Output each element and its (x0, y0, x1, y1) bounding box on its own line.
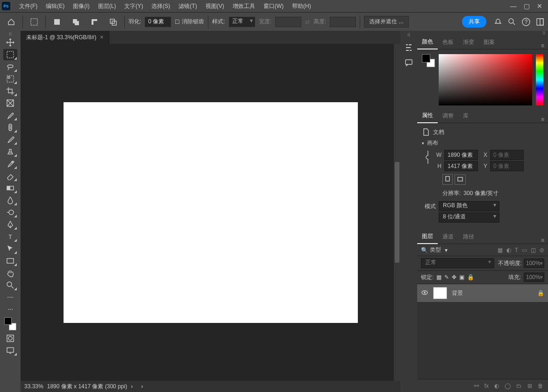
edit-toolbar-button[interactable]: ⋯ (3, 304, 17, 315)
help-icon[interactable]: ? (522, 18, 530, 26)
feather-input[interactable] (145, 17, 171, 27)
status-zoom[interactable]: 33.33% (24, 383, 43, 390)
comments-panel-icon-collapsed[interactable] (404, 58, 413, 67)
lock-position-icon[interactable]: ✥ (452, 274, 456, 280)
status-chevron-icon-2[interactable]: › (141, 383, 143, 390)
link-dimensions-icon[interactable] (425, 149, 431, 168)
dodge-tool[interactable] (3, 207, 17, 218)
current-tool-icon[interactable] (27, 14, 42, 29)
filter-adjustment-icon[interactable]: ◐ (506, 247, 511, 253)
vertical-scrollbar[interactable] (394, 44, 400, 381)
adjustments-panel-icon-collapsed[interactable] (404, 43, 413, 52)
tab-color[interactable]: 颜色 (417, 35, 438, 49)
menu-select[interactable]: 选择(S) (147, 0, 174, 12)
lock-all-icon[interactable]: 🔒 (467, 274, 474, 280)
tab-gradients[interactable]: 渐变 (458, 35, 479, 49)
layers-panel-menu-icon[interactable]: ≡ (537, 237, 548, 244)
zoom-tool[interactable] (3, 280, 17, 291)
tab-channels[interactable]: 通道 (438, 230, 458, 244)
document-tab-close-icon[interactable]: × (100, 31, 103, 44)
filter-smart-icon[interactable]: ◫ (531, 247, 536, 253)
rectangle-tool[interactable] (3, 255, 17, 266)
menu-image[interactable]: 图像(I) (69, 0, 93, 12)
blend-mode-select[interactable]: 正常 (421, 258, 494, 268)
move-tool[interactable] (3, 37, 17, 48)
eraser-tool[interactable] (3, 170, 17, 182)
hue-slider[interactable] (536, 54, 543, 105)
canvas-height-input[interactable] (444, 161, 478, 171)
layer-visibility-icon[interactable] (421, 289, 428, 298)
home-button[interactable] (4, 14, 19, 29)
path-selection-tool[interactable] (3, 243, 17, 254)
notifications-icon[interactable] (494, 18, 502, 26)
layer-lock-icon[interactable]: 🔒 (537, 290, 544, 296)
menu-file[interactable]: 文件(F) (15, 0, 42, 12)
quick-selection-tool[interactable] (3, 73, 17, 84)
color-field[interactable] (439, 54, 532, 105)
properties-panel-menu-icon[interactable]: ≡ (537, 116, 548, 123)
layer-delete-icon[interactable]: 🗑 (538, 383, 543, 389)
canvas-section-toggle[interactable]: 画布 (422, 139, 543, 147)
orientation-portrait-icon[interactable] (442, 174, 453, 185)
layer-link-icon[interactable]: ⚯ (474, 383, 479, 389)
selection-new-icon[interactable] (50, 14, 64, 29)
lock-pixels-icon[interactable]: ✎ (444, 274, 449, 280)
search-icon[interactable] (508, 18, 516, 26)
menu-view[interactable]: 视图(V) (201, 0, 228, 12)
opacity-input[interactable]: 100% (524, 259, 544, 268)
select-and-mask-button[interactable]: 选择并遮住 (364, 16, 408, 28)
layer-fx-icon[interactable]: fx (484, 383, 489, 389)
selection-intersect-icon[interactable] (106, 14, 121, 29)
workspace-icon[interactable] (536, 18, 544, 26)
filter-pixel-icon[interactable]: ▦ (498, 247, 503, 253)
tab-libraries[interactable]: 库 (458, 109, 473, 123)
type-tool[interactable]: T (3, 231, 17, 242)
menu-window[interactable]: 窗口(W) (259, 0, 288, 12)
tool-collapse-icon[interactable]: ⟩⟩ (9, 32, 12, 36)
tab-paths[interactable]: 路径 (458, 230, 479, 244)
canvas[interactable] (64, 102, 358, 323)
menu-edit[interactable]: 编辑(E) (42, 0, 69, 12)
fill-input[interactable]: 100% (524, 273, 544, 282)
pen-tool[interactable] (3, 219, 17, 230)
color-panel-menu-icon[interactable]: ≡ (537, 42, 548, 49)
selection-subtract-icon[interactable] (87, 14, 102, 29)
layer-adjustment-icon[interactable]: ◯ (505, 383, 511, 389)
healing-brush-tool[interactable] (3, 122, 17, 133)
tab-properties[interactable]: 属性 (417, 109, 438, 123)
tab-patterns[interactable]: 图案 (479, 35, 499, 49)
menu-layer[interactable]: 图层(L) (94, 0, 121, 12)
lock-transparency-icon[interactable]: ▦ (436, 274, 441, 280)
lasso-tool[interactable] (3, 61, 17, 72)
blur-tool[interactable] (3, 195, 17, 206)
window-minimize-icon[interactable]: — (507, 0, 520, 12)
history-brush-tool[interactable] (3, 158, 17, 169)
quick-mask-toggle[interactable] (3, 333, 17, 344)
color-fg-bg-swatch[interactable] (422, 54, 435, 67)
tab-swatches[interactable]: 色板 (438, 35, 458, 49)
lock-artboard-icon[interactable]: ▣ (459, 274, 464, 280)
window-maximize-icon[interactable]: ▢ (520, 0, 533, 12)
clone-stamp-tool[interactable] (3, 146, 17, 157)
hand-tool[interactable] (3, 267, 17, 279)
layer-name[interactable]: 背景 (452, 289, 463, 297)
status-chevron-icon[interactable]: › (131, 383, 133, 390)
layer-new-icon[interactable]: ⊞ (527, 383, 532, 389)
layer-filter-select[interactable]: 🔍类型▾ (421, 246, 495, 254)
menu-filter[interactable]: 滤镜(T) (174, 0, 201, 12)
gradient-tool[interactable] (3, 182, 17, 194)
filter-shape-icon[interactable]: ▭ (522, 247, 527, 253)
menu-help[interactable]: 帮助(H) (288, 0, 315, 12)
frame-tool[interactable] (3, 98, 17, 109)
tab-layers[interactable]: 图层 (417, 230, 438, 244)
layer-thumbnail[interactable] (433, 287, 447, 299)
window-close-icon[interactable]: ✕ (533, 0, 546, 12)
status-doc-info[interactable]: 1890 像素 x 1417 像素 (300 ppi) (47, 383, 127, 391)
document-tab[interactable]: 未标题-1 @ 33.3%(RGB/8#) × (21, 31, 109, 44)
share-button[interactable]: 共享 (462, 16, 486, 28)
filter-type-icon[interactable]: T (515, 247, 518, 253)
foreground-background-color[interactable] (3, 317, 17, 330)
layer-group-icon[interactable]: 🗀 (516, 383, 522, 389)
filter-toggle-icon[interactable]: ⊘ (540, 247, 544, 253)
layer-mask-icon[interactable]: ◐ (494, 383, 499, 389)
